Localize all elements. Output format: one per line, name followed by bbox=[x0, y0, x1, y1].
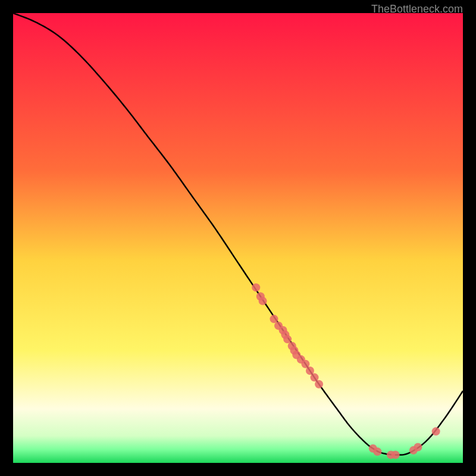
chart-container: TheBottleneck.com bbox=[0, 0, 476, 476]
data-point bbox=[315, 380, 323, 389]
data-point bbox=[414, 443, 422, 452]
data-point bbox=[252, 283, 260, 292]
data-point bbox=[432, 427, 440, 436]
plot-area bbox=[13, 13, 463, 463]
chart-svg bbox=[13, 13, 463, 463]
watermark-text: TheBottleneck.com bbox=[371, 3, 463, 15]
data-point bbox=[373, 447, 381, 456]
data-point bbox=[392, 450, 400, 459]
gradient-background bbox=[13, 13, 463, 463]
data-point bbox=[259, 297, 267, 305]
